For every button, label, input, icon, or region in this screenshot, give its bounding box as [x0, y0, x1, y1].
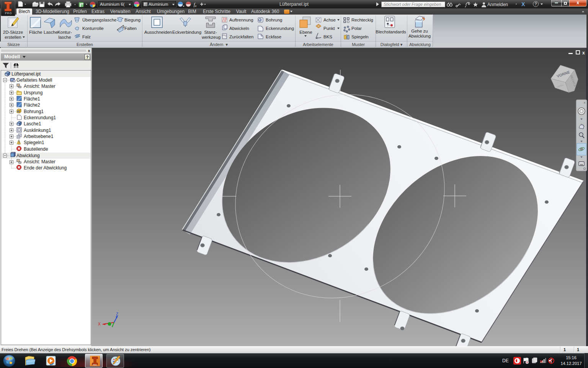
svg-text:X: X [98, 322, 101, 326]
svg-text:x: x [584, 101, 585, 104]
svg-text:PRO: PRO [93, 364, 97, 366]
svg-text:x: x [582, 50, 585, 56]
svg-text:Z: Z [116, 312, 118, 316]
svg-text:fx: fx [194, 2, 196, 7]
